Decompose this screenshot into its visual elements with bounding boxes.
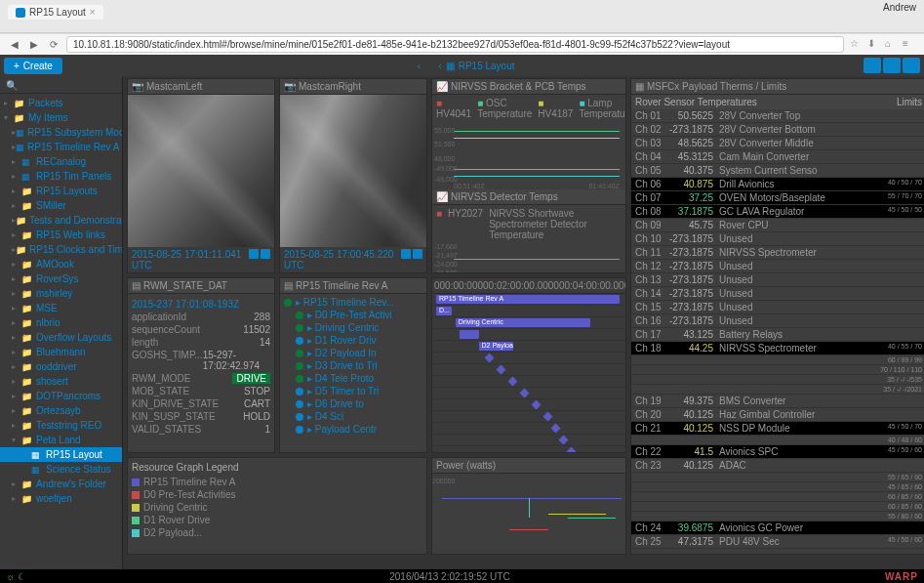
back-icon[interactable]: ◀ [8, 38, 21, 52]
sensor-row[interactable]: Ch 13-273.1875Unused [631, 273, 924, 287]
home-icon[interactable]: ⌂ [885, 38, 899, 52]
settings-icon[interactable] [261, 249, 270, 259]
sensor-row[interactable]: 35 / -/ -/535 [631, 375, 924, 385]
sidebar-item[interactable]: ▸📁RoverSys [0, 271, 122, 286]
sidebar-item[interactable]: ▸📁nlbrio [0, 315, 122, 330]
sensor-row[interactable]: Ch 15-273.1875Unused [631, 301, 924, 314]
url-input[interactable]: 10.10.81.18:9080/static/index.html#/brow… [66, 36, 844, 53]
gantt-chart[interactable]: 000:00:00000:02:00:00.000000:04:00:00.00… [432, 278, 625, 452]
timeline-item[interactable]: ▸ D4 Sci [282, 410, 424, 423]
sidebar-item[interactable]: ▸📁DOTPancroms [0, 389, 122, 403]
sensor-row[interactable]: Ch 0348.562528V Converter Middle [631, 137, 924, 150]
timeline-item[interactable]: ▸ D5 Timer to Tri [282, 385, 424, 397]
fullscreen-button[interactable] [883, 58, 901, 73]
breadcrumb[interactable]: ‹ ▦ RP15 Layout [438, 61, 514, 71]
sensor-row[interactable]: Ch 16-273.1875Unused [631, 314, 924, 328]
timeline-item[interactable]: ▸ D3 Drive to Tri [282, 359, 424, 372]
create-button[interactable]: + Create [4, 58, 62, 74]
download-icon[interactable]: ⬇ [867, 38, 881, 52]
sensor-row[interactable]: Ch 14-273.1875Unused [631, 287, 924, 301]
reload-icon[interactable]: ⟳ [47, 38, 60, 52]
sensor-row[interactable]: 60 / 99 / 99 [631, 355, 924, 365]
timeline-item[interactable]: ▸ D1 Rover Driv [282, 334, 424, 347]
sidebar-item[interactable]: ▸📁Packets [0, 96, 122, 110]
sensor-row[interactable]: 45 / 65 / 60 [631, 482, 924, 492]
menu-icon[interactable]: ≡ [903, 38, 916, 52]
sensor-row[interactable]: Ch 11-273.1875NIRVSS Spectrometer [631, 246, 924, 260]
sensor-row[interactable]: Ch 2241.5Avionics SPC45 / 50 / 60 [631, 445, 924, 459]
sensor-row[interactable]: 70 / 110 / 110 [631, 365, 924, 375]
sensor-row[interactable]: Ch 2547.3175PDU 48V Sec45 / 50 / 60 [631, 535, 924, 549]
sensor-row[interactable]: Ch 0737.25OVEN Motors/Baseplate55 / 70 /… [631, 191, 924, 205]
sidebar-item[interactable]: ▸📁RP15 Layouts [0, 184, 122, 198]
camera-image-left[interactable] [128, 95, 274, 247]
sensor-row[interactable]: Ch 1743.125Battery Relays [631, 328, 924, 342]
sensor-row[interactable]: Ch 0445.3125Cam Main Converter [631, 150, 924, 164]
sidebar-item[interactable]: ▸📁Bluehmann [0, 345, 122, 359]
sidebar-item[interactable]: ▸📁Tests and Demonstrations [0, 213, 122, 228]
forward-icon[interactable]: ▶ [27, 38, 41, 52]
sidebar-item[interactable]: ▸📁woeltjen [0, 491, 122, 506]
sidebar-item[interactable]: ▸📁Overflow Layouts [0, 330, 122, 345]
sidebar-item[interactable]: ▸📁Andrew's Folder [0, 477, 122, 491]
timeline-item[interactable]: ▸ Driving Centric [282, 321, 424, 334]
close-icon[interactable]: × [90, 7, 96, 18]
sidebar-item[interactable]: ▸📁AMOook [0, 257, 122, 271]
sidebar-item[interactable]: ▸📁mshirley [0, 286, 122, 301]
sensor-row[interactable]: Ch 2140.125NSS DP Module45 / 50 / 70 [631, 422, 924, 436]
status-icons[interactable]: ☼ ☾ [6, 571, 26, 582]
sidebar-item[interactable]: ▾📁My Items [0, 110, 122, 125]
sidebar-item[interactable]: ▸📁Ortezsayb [0, 403, 122, 418]
browser-menu-user[interactable]: Andrew [883, 2, 916, 13]
sidebar-item[interactable]: ▸📁MSE [0, 301, 122, 315]
timeline-item[interactable]: ▸ RP15 Timeline Rev... [282, 296, 424, 309]
sensor-row[interactable]: Ch 0640.875Drill Avionics40 / 50 / 70 [631, 178, 924, 191]
sidebar-item[interactable]: ▸📁RP15 Clocks and Timers [0, 242, 122, 257]
sensor-row[interactable]: 60 / 85 / 60 [631, 492, 924, 502]
sensor-row[interactable]: Ch 0945.75Rover CPU [631, 219, 924, 232]
sensor-row[interactable]: Ch 2340.125ADAC [631, 459, 924, 473]
timeline-item[interactable]: ▸ D0 Pre-Test Activi [282, 309, 424, 321]
camera-image-right[interactable] [280, 95, 426, 247]
timeline-item[interactable]: ▸ Payload Centr [282, 423, 424, 436]
sensor-row[interactable]: 40 / 48 / 60 [631, 436, 924, 445]
power-chart[interactable]: 200000 [432, 474, 625, 554]
sensor-row[interactable]: Ch 02-273.187528V Converter Bottom [631, 123, 924, 137]
sidebar-item[interactable]: ▸📁SMiller [0, 198, 122, 213]
timeline-item[interactable]: ▸ D6 Drive to [282, 397, 424, 410]
sensor-row[interactable]: Ch 0540.375System Current Senso [631, 164, 924, 178]
sensor-row[interactable]: 55 / 65 / 60 [631, 473, 924, 482]
sidebar-item[interactable]: ▸📁shosert [0, 374, 122, 389]
sidebar-item[interactable]: ▸📁ooddriver [0, 359, 122, 374]
sensor-row[interactable]: 60 / 85 / 60 [631, 502, 924, 512]
browser-tab[interactable]: RP15 Layout × [8, 5, 103, 20]
sensor-row[interactable]: Ch 0837.1875GC LAVA Regulator45 / 50 / 5… [631, 205, 924, 219]
sidebar-item[interactable]: ▦Science Status [0, 462, 122, 477]
new-window-icon[interactable] [401, 249, 411, 259]
chart-plot[interactable]: 55,000 51,500 48,000 -49,006 -48,000 00:… [434, 120, 623, 189]
sensor-row[interactable]: Ch 1844.25NIRVSS Spectrometer40 / 55 / 7… [631, 342, 924, 355]
sidebar-item[interactable]: ▸▦RP15 Tim Panels [0, 169, 122, 184]
collapse-sidebar-icon[interactable]: ‹ [411, 61, 426, 71]
sidebar-item[interactable]: ▸▦RECanalog [0, 154, 122, 169]
new-window-button[interactable] [903, 58, 920, 73]
sensor-row[interactable]: Ch 10-273.1875Unused [631, 232, 924, 246]
edit-button[interactable] [864, 58, 881, 73]
sensor-row[interactable]: 35 / -/ -/2021 [631, 385, 924, 395]
chart-plot[interactable]: -17,666 -21,497 -24,000 -26,500 -29,000 … [434, 241, 623, 273]
sidebar-item[interactable]: ▸📁RP15 Web links [0, 228, 122, 242]
new-window-icon[interactable] [249, 249, 259, 259]
sidebar-item[interactable]: ▾📁Peta Land [0, 433, 122, 447]
sidebar-item[interactable]: ▸▦RP15 Timeline Rev A [0, 140, 122, 154]
sensor-row[interactable]: Ch 0150.562528V Converter Top [631, 109, 924, 123]
sidebar-item[interactable]: ▸📁Teststring REO [0, 418, 122, 433]
timeline-item[interactable]: ▸ D4 Tele Proto [282, 372, 424, 385]
sensor-row[interactable]: Ch 2040.125Haz Gimbal Controller [631, 408, 924, 422]
bookmark-icon[interactable]: ☆ [850, 38, 864, 52]
sidebar-item[interactable]: ▦RP15 Layout [0, 447, 122, 462]
sensor-row[interactable]: Ch 1949.375BMS Converter [631, 395, 924, 408]
sensor-row[interactable]: Ch 2439.6875Avionics GC Power [631, 521, 924, 535]
settings-icon[interactable] [413, 249, 422, 259]
sidebar-item[interactable]: ▸▦RP15 Subsystem Modes [0, 125, 122, 140]
timeline-item[interactable]: ▸ D2 Payload In [282, 347, 424, 359]
